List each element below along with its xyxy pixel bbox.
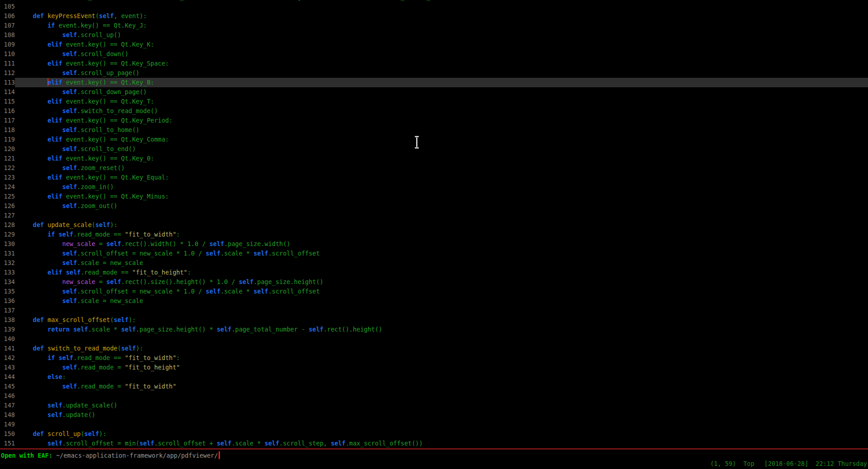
code-line-text[interactable]: def switch_to_read_mode(self): — [15, 344, 868, 353]
code-token — [44, 12, 48, 19]
code-line: 150 def scroll_up(self): — [0, 429, 868, 439]
code-line-text[interactable]: self.switch_to_read_mode() — [15, 106, 868, 116]
line-number: 143 — [0, 363, 15, 372]
code-token: .scale = new_scale — [77, 297, 143, 304]
code-line-text[interactable]: self.zoom_out() — [15, 201, 868, 211]
mouse-ibeam-cursor — [414, 136, 420, 149]
code-token — [18, 288, 62, 295]
line-number: 107 — [0, 21, 15, 30]
code-line: 132 self.scale = new_scale — [0, 258, 868, 268]
code-token: else — [48, 373, 62, 380]
code-line-text[interactable]: self.scroll_to_home() — [15, 125, 868, 135]
code-line-text[interactable]: new_scale = self.rect().width() * 1.0 / … — [15, 239, 868, 249]
code-line-text[interactable]: self.scroll_to_end() — [15, 144, 868, 154]
code-line-text[interactable] — [15, 334, 868, 344]
tray-day: Thursday — [838, 460, 867, 467]
code-line-text[interactable]: self.read_mode = "fit_to_width" — [15, 382, 868, 391]
code-token — [18, 278, 62, 285]
code-line: 149 — [0, 420, 868, 429]
code-line-text[interactable]: elif event.key() == Qt.Key_0: — [15, 154, 868, 163]
code-token — [18, 326, 48, 333]
code-line-text[interactable] — [15, 391, 868, 401]
code-line-text[interactable]: if self.read_mode == "fit_to_width": — [15, 230, 868, 239]
code-line: 125 elif event.key() == Qt.Key_Minus: — [0, 192, 868, 201]
code-line-text[interactable]: elif event.key() == Qt.Key_T: — [15, 97, 868, 106]
code-token: .page_total_number - — [231, 326, 309, 333]
code-line-text[interactable]: def max_scroll_offset(self): — [15, 315, 868, 325]
code-line: 136 self.scale = new_scale — [0, 296, 868, 306]
code-line: 121 elif event.key() == Qt.Key_0: — [0, 154, 868, 163]
code-line-text[interactable]: elif event.key() == Qt.Key_Period: — [15, 116, 868, 125]
code-token: self — [239, 278, 254, 285]
code-line-text[interactable]: elif event.key() == Qt.Key_B: — [15, 78, 868, 87]
code-line-text[interactable]: elif event.key() == Qt.Key_Comma: — [15, 135, 868, 144]
code-line-text[interactable]: return self.scale * self.page_size.heigh… — [15, 325, 868, 334]
code-line-text[interactable]: self.scroll_down() — [15, 49, 868, 59]
code-line-text[interactable]: self.scale = new_scale — [15, 296, 868, 306]
code-line-text[interactable]: self.scale = new_scale — [15, 258, 868, 268]
code-token: .scroll_offset + — [154, 0, 217, 0]
code-line-text[interactable]: elif event.key() == Qt.Key_Minus: — [15, 192, 868, 201]
minibuffer-area[interactable]: Open with EAF: ~/emacs-application-frame… — [0, 450, 868, 469]
code-line-text[interactable]: elif self.read_mode == "fit_to_height": — [15, 268, 868, 277]
code-line-text[interactable]: def keyPressEvent(self, event): — [15, 11, 868, 21]
code-line-text[interactable]: elif event.key() == Qt.Key_Space: — [15, 59, 868, 68]
code-line: 143 self.read_mode = "fit_to_height" — [0, 363, 868, 372]
line-number: 106 — [0, 11, 15, 21]
minibuffer-input[interactable]: ~/emacs-application-framework/app/pdfvie… — [56, 452, 218, 459]
code-line-text[interactable]: if event.key() == Qt.Key_J: — [15, 21, 868, 30]
code-line-text[interactable]: elif event.key() == Qt.Key_K: — [15, 40, 868, 49]
code-token: self — [253, 250, 268, 257]
code-line-text[interactable] — [15, 211, 868, 220]
code-line-text[interactable]: def update_scale(self): — [15, 220, 868, 230]
code-token: self — [217, 326, 232, 333]
code-token — [18, 50, 62, 57]
code-buffer[interactable]: 104 self.scroll_offset = min(self.scroll… — [0, 0, 868, 448]
code-line-text[interactable]: self.scroll_up_page() — [15, 68, 868, 78]
code-token: .rect().size().height() * 1.0 / — [121, 278, 239, 285]
code-line-text[interactable]: elif event.key() == Qt.Key_Equal: — [15, 173, 868, 182]
code-line-text[interactable]: self.zoom_in() — [15, 182, 868, 192]
code-token: self — [139, 0, 154, 0]
code-token: event.key() == Qt.Key_B: — [62, 79, 154, 86]
code-token: .scroll_offset = new_scale * 1.0 / — [77, 288, 205, 295]
code-token: elif — [48, 136, 62, 143]
code-line-text[interactable]: if self.read_mode == "fit_to_width": — [15, 353, 868, 363]
tray-date: [2018-06-28] — [764, 460, 809, 467]
code-line: 113 elif event.key() == Qt.Key_B: — [0, 78, 868, 87]
code-token: : — [176, 231, 180, 238]
code-line-text[interactable]: def scroll_up(self): — [15, 429, 868, 439]
code-token: def — [33, 221, 44, 228]
code-token — [18, 69, 62, 76]
code-line-text[interactable]: else: — [15, 372, 868, 382]
line-number: 116 — [0, 106, 15, 116]
code-line-text[interactable]: self.scroll_offset = min(self.scroll_off… — [15, 439, 868, 448]
code-token: self — [121, 345, 136, 352]
code-token: self — [62, 50, 77, 57]
code-line-text[interactable]: self.scroll_down_page() — [15, 87, 868, 97]
code-line-text[interactable]: new_scale = self.rect().size().height() … — [15, 277, 868, 287]
code-line: 127 — [0, 211, 868, 220]
code-line-text[interactable]: self.update_scale() — [15, 401, 868, 410]
code-line-text[interactable]: self.read_mode = "fit_to_height" — [15, 363, 868, 372]
code-token: .zoom_reset() — [77, 164, 125, 171]
line-number: 133 — [0, 268, 15, 277]
code-token: ( — [117, 345, 121, 352]
code-line-text[interactable]: self.scroll_offset = new_scale * 1.0 / s… — [15, 249, 868, 258]
code-line-text[interactable] — [15, 306, 868, 315]
code-line-text[interactable]: self.scroll_offset = new_scale * 1.0 / s… — [15, 287, 868, 296]
code-token: self — [253, 288, 268, 295]
line-number: 117 — [0, 116, 15, 125]
line-number: 118 — [0, 125, 15, 135]
code-line-text[interactable]: self.update() — [15, 410, 868, 420]
code-line: 114 self.scroll_down_page() — [0, 87, 868, 97]
code-line-text[interactable] — [15, 2, 868, 11]
code-line-text[interactable] — [15, 420, 868, 429]
code-line: 147 self.update_scale() — [0, 401, 868, 410]
code-line-text[interactable]: self.zoom_reset() — [15, 163, 868, 173]
code-line: 105 — [0, 2, 868, 11]
code-line-text[interactable]: self.scroll_up() — [15, 30, 868, 40]
line-number: 138 — [0, 315, 15, 325]
code-token — [62, 269, 66, 276]
code-token — [18, 117, 48, 124]
